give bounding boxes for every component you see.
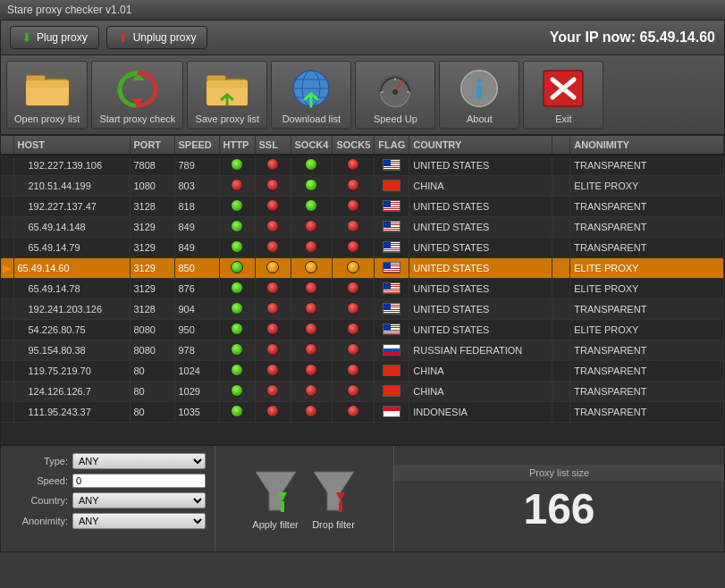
top-bar-actions: ⬇ Plug proxy ⬆ Unplug proxy (10, 26, 207, 49)
table-row[interactable]: 95.154.80.38 8080 978 RUSSIAN FEDERATION… (1, 340, 724, 361)
table-row[interactable]: 124.126.126.7 80 1029 CHINA TRANSPARENT (1, 382, 724, 402)
apply-filter-button[interactable]: Apply filter (251, 467, 300, 530)
table-row[interactable]: 192.227.139.106 7808 789 UNITED STATES T… (1, 155, 724, 176)
cell-ssl (255, 361, 291, 382)
proxy-count-title: Proxy list size (394, 465, 724, 481)
speed-up-label: Speed Up (374, 113, 417, 124)
cell-anonimity: TRANSPARENT (570, 340, 724, 361)
table-row[interactable]: ▶ 65.49.14.60 3129 850 UNITED STATES ELI… (1, 258, 724, 279)
cell-host: 192.241.203.126 (13, 299, 130, 320)
cell-sock4 (291, 217, 333, 238)
cell-country: CHINA (409, 176, 552, 197)
cell-ssl (255, 197, 291, 217)
cell-speed: 1035 (174, 402, 219, 423)
drop-filter-button[interactable]: Drop filter (309, 467, 358, 530)
cell-flag (375, 320, 409, 340)
cell-flag (375, 238, 409, 258)
exit-icon (540, 65, 586, 112)
download-list-button[interactable]: Download list (271, 61, 351, 129)
cell-flag (375, 340, 409, 361)
type-select[interactable]: ANY (72, 453, 206, 469)
cell-flag (375, 176, 409, 197)
indicator-dot (347, 302, 359, 315)
table-row[interactable]: 65.49.14.148 3129 849 UNITED STATES TRAN… (1, 217, 724, 238)
cell-anonimity: TRANSPARENT (570, 217, 724, 238)
cell-speed: 849 (174, 217, 219, 238)
row-spacer (1, 402, 13, 423)
cell-flag (375, 217, 409, 238)
indicator-dot (266, 323, 279, 335)
table-row[interactable]: 65.49.14.79 3129 849 UNITED STATES TRANS… (1, 238, 724, 258)
indicator-dot (266, 158, 279, 171)
row-spacer (1, 361, 13, 382)
table-row[interactable]: 192.241.203.126 3128 904 UNITED STATES T… (1, 299, 724, 320)
col-ssl: SSL (255, 136, 291, 155)
unplug-icon: ⬆ (118, 30, 129, 45)
cell-host: 54.226.80.75 (13, 320, 130, 340)
cell-spacer2 (552, 155, 570, 176)
unplug-proxy-button[interactable]: ⬆ Unplug proxy (106, 26, 208, 49)
cell-port: 80 (130, 361, 174, 382)
row-spacer (1, 299, 13, 320)
anonimity-select[interactable]: ANY (72, 513, 206, 529)
cell-sock4 (291, 340, 333, 361)
open-proxy-list-button[interactable]: Open proxy list (6, 61, 88, 129)
cell-host: 192.227.137.47 (13, 197, 130, 217)
speed-up-button[interactable]: Speed Up (355, 61, 435, 129)
indicator-dot (305, 405, 317, 417)
indicator-dot (347, 384, 359, 397)
table-row[interactable]: 192.227.137.47 3128 818 UNITED STATES TR… (1, 197, 724, 217)
cell-port: 1080 (130, 176, 174, 197)
cell-country: RUSSIAN FEDERATION (409, 340, 552, 361)
indicator-dot (231, 343, 243, 356)
cell-spacer2 (552, 279, 570, 299)
table-row[interactable]: 210.51.44.199 1080 803 CHINA ELITE PROXY (1, 176, 724, 197)
apply-filter-label: Apply filter (252, 519, 298, 530)
cell-flag (375, 197, 409, 217)
ip-display: Your IP now: 65.49.14.60 (550, 29, 715, 46)
country-select[interactable]: ANY (72, 492, 206, 508)
cell-sock5 (333, 197, 375, 217)
table-row[interactable]: 119.75.219.70 80 1024 CHINA TRANSPARENT (1, 361, 724, 382)
table-row[interactable]: 54.226.80.75 8080 950 UNITED STATES ELIT… (1, 320, 724, 340)
cell-sock5 (333, 402, 375, 423)
plug-proxy-button[interactable]: ⬇ Plug proxy (10, 26, 99, 49)
toolbar: Open proxy list Start proxy check (1, 55, 724, 136)
table-row[interactable]: 111.95.243.37 80 1035 INDONESIA TRANSPAR… (1, 402, 724, 423)
cell-speed: 950 (174, 320, 219, 340)
exit-button[interactable]: Exit (523, 61, 603, 129)
col-indicator (1, 136, 13, 155)
save-proxy-list-button[interactable]: Save proxy list (187, 61, 267, 129)
open-proxy-label: Open proxy list (14, 113, 80, 124)
about-label: About (467, 113, 493, 124)
indicator-dot (231, 405, 243, 417)
country-label: Country: (10, 495, 68, 506)
indicator-dot (266, 179, 279, 191)
cell-speed: 818 (174, 197, 219, 217)
cell-anonimity: TRANSPARENT (570, 382, 724, 402)
svg-rect-23 (476, 86, 482, 98)
about-button[interactable]: About (439, 61, 519, 129)
svg-marker-30 (314, 472, 354, 510)
proxy-table-container[interactable]: HOST PORT SPEED HTTP SSL SOCK4 SOCK5 FLA… (1, 136, 724, 444)
row-arrow: ▶ (1, 258, 13, 279)
cell-http (219, 258, 255, 279)
indicator-dot (305, 261, 317, 273)
cell-port: 3129 (130, 238, 174, 258)
plug-label: Plug proxy (37, 31, 88, 44)
col-country: COUNTRY (409, 136, 552, 155)
indicator-dot (266, 405, 279, 417)
cell-sock4 (291, 299, 333, 320)
anonimity-filter-row: Anonimity: ANY (10, 513, 206, 529)
main-container: ⬇ Plug proxy ⬆ Unplug proxy Your IP now:… (0, 20, 725, 552)
cell-sock5 (333, 155, 375, 176)
start-proxy-check-button[interactable]: Start proxy check (91, 61, 183, 129)
speed-input[interactable] (72, 474, 206, 488)
filter-buttons-area: Apply filter Drop filter (215, 446, 394, 551)
cell-port: 3129 (130, 279, 174, 299)
cell-port: 3128 (130, 197, 174, 217)
indicator-dot (231, 323, 243, 335)
table-row[interactable]: 65.49.14.78 3129 876 UNITED STATES ELITE… (1, 279, 724, 299)
cell-ssl (255, 402, 291, 423)
cell-host: 65.49.14.60 (13, 258, 130, 279)
